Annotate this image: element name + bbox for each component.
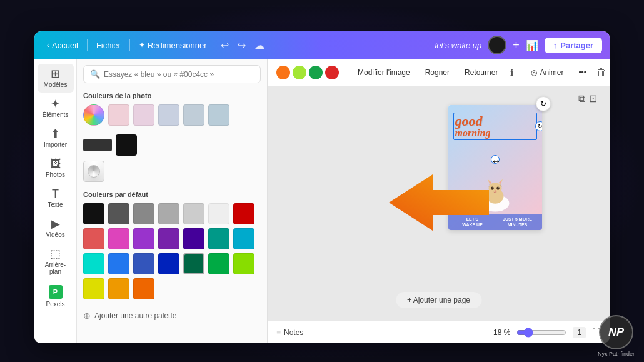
zoom-slider[interactable] bbox=[516, 328, 566, 338]
resize-handle[interactable]: ↔ bbox=[491, 155, 500, 164]
default-swatch-18[interactable] bbox=[183, 253, 204, 274]
redo-button[interactable]: ↪ bbox=[235, 38, 248, 53]
sidebar-item-importer[interactable]: ⬆ Importer bbox=[38, 124, 74, 153]
default-swatch-9[interactable] bbox=[133, 228, 154, 249]
sidebar-item-elements[interactable]: ✦ Éléments bbox=[38, 94, 74, 123]
actions-group: ↩ ↪ ☁ bbox=[218, 38, 267, 53]
default-swatch-8[interactable] bbox=[108, 228, 129, 249]
color-swatch-1[interactable] bbox=[108, 104, 129, 126]
cloud-save-button[interactable]: ☁ bbox=[252, 38, 267, 53]
frame-icon[interactable]: ⊡ bbox=[589, 93, 597, 104]
dark-rect-swatch[interactable] bbox=[83, 139, 112, 151]
add-collaborator-button[interactable]: + bbox=[513, 39, 520, 52]
sidebar: ⊞ Modèles ✦ Éléments ⬆ Importer 🖼 Photos… bbox=[34, 59, 77, 343]
svg-point-11 bbox=[498, 188, 499, 189]
default-swatch-15[interactable] bbox=[108, 253, 129, 274]
sidebar-label-modeles: Modèles bbox=[44, 81, 68, 88]
default-swatch-10[interactable] bbox=[158, 228, 179, 249]
svg-marker-0 bbox=[389, 174, 489, 231]
color-swatch-2[interactable] bbox=[133, 104, 154, 126]
sidebar-item-texte[interactable]: T Texte bbox=[38, 184, 74, 213]
default-swatch-12[interactable] bbox=[208, 228, 229, 249]
color-swatch-gradient[interactable] bbox=[83, 104, 104, 126]
default-swatch-1[interactable] bbox=[108, 203, 129, 224]
morning-text: morning bbox=[455, 128, 535, 138]
default-swatch-13[interactable] bbox=[233, 228, 254, 249]
svg-point-10 bbox=[492, 188, 493, 189]
file-button[interactable]: Fichier bbox=[91, 38, 126, 53]
resize-button[interactable]: ✦ Redimensionner bbox=[134, 38, 212, 53]
toolbar-color-red[interactable] bbox=[325, 66, 339, 79]
sidebar-item-photos[interactable]: 🖼 Photos bbox=[38, 154, 74, 183]
default-swatch-2[interactable] bbox=[133, 203, 154, 224]
delete-button[interactable]: 🗑 bbox=[596, 67, 606, 78]
default-swatch-17[interactable] bbox=[158, 253, 179, 274]
animate-label: Animer bbox=[540, 68, 563, 77]
default-swatch-21[interactable] bbox=[83, 278, 104, 299]
default-swatch-11[interactable] bbox=[183, 228, 204, 249]
toolbar-color-green[interactable] bbox=[309, 66, 323, 79]
default-swatch-22[interactable] bbox=[108, 278, 129, 299]
canvas-scroll[interactable]: ⧉ ⊡ bbox=[268, 86, 610, 321]
sidebar-item-videos[interactable]: ▶ Vidéos bbox=[38, 214, 74, 243]
stats-button[interactable]: 📊 bbox=[526, 39, 538, 51]
color-swatch-5[interactable] bbox=[208, 104, 229, 126]
avatar[interactable] bbox=[488, 36, 506, 54]
animate-button[interactable]: ◎ Animer bbox=[526, 66, 568, 79]
color-swatch-4[interactable] bbox=[183, 104, 204, 126]
add-page-button[interactable]: + Ajouter une page bbox=[396, 292, 481, 308]
default-swatch-4[interactable] bbox=[183, 203, 204, 224]
notes-button[interactable]: ≡ Notes bbox=[276, 328, 303, 337]
good-text: good bbox=[455, 114, 535, 128]
sidebar-item-pexels[interactable]: P Pexels bbox=[38, 281, 74, 312]
default-swatch-5[interactable] bbox=[208, 203, 229, 224]
modeles-icon: ⊞ bbox=[51, 68, 60, 79]
rotate-handle[interactable]: ↻ bbox=[535, 121, 542, 131]
sidebar-label-elements: Éléments bbox=[43, 111, 69, 118]
arrow-indicator bbox=[389, 165, 489, 243]
default-swatch-0[interactable] bbox=[83, 203, 104, 224]
color-swatch-3[interactable] bbox=[158, 104, 179, 126]
watermark-label: Nyx Pathfinder bbox=[598, 351, 635, 357]
back-button[interactable]: ‹ Accueil bbox=[42, 38, 83, 53]
top-bar: ‹ Accueil Fichier ✦ Redimensionner ↩ ↪ ☁… bbox=[34, 31, 610, 59]
sidebar-label-photos: Photos bbox=[46, 171, 65, 178]
selected-text-element[interactable]: good morning ↻ bbox=[453, 113, 537, 140]
toolbar-color-lime[interactable] bbox=[293, 66, 306, 79]
modify-image-button[interactable]: Modifier l'image bbox=[353, 66, 415, 79]
white-gradient-swatch[interactable] bbox=[83, 161, 104, 182]
share-label: Partager bbox=[560, 41, 593, 50]
photo-colors-title: Couleurs de la photo bbox=[83, 92, 261, 99]
toolbar-color-orange[interactable] bbox=[276, 66, 290, 79]
default-swatch-14[interactable] bbox=[83, 253, 104, 274]
sidebar-item-modeles[interactable]: ⊞ Modèles bbox=[38, 64, 74, 93]
undo-button[interactable]: ↩ bbox=[218, 38, 231, 53]
default-swatch-3[interactable] bbox=[158, 203, 179, 224]
search-input[interactable] bbox=[104, 70, 254, 79]
default-swatch-23[interactable] bbox=[133, 278, 154, 299]
default-swatch-7[interactable] bbox=[83, 228, 104, 249]
watermark-circle: NP bbox=[599, 315, 633, 349]
add-palette-button[interactable]: ⊕ Ajouter une autre palette bbox=[83, 311, 261, 321]
photos-icon: 🖼 bbox=[50, 158, 61, 169]
black-swatch[interactable] bbox=[116, 134, 137, 156]
search-box[interactable]: 🔍 bbox=[83, 65, 261, 83]
default-swatch-19[interactable] bbox=[208, 253, 229, 274]
info-button[interactable]: ℹ bbox=[508, 65, 516, 80]
default-swatch-20[interactable] bbox=[233, 253, 254, 274]
refresh-handle[interactable]: ↻ bbox=[536, 96, 551, 111]
videos-icon: ▶ bbox=[51, 218, 60, 229]
project-title: let's wake up bbox=[435, 41, 481, 50]
share-icon: ↑ bbox=[553, 41, 558, 50]
share-button[interactable]: ↑ Partager bbox=[545, 38, 602, 53]
search-icon: 🔍 bbox=[90, 69, 100, 79]
main-section: Modifier l'image Rogner Retourner ℹ ◎ An… bbox=[268, 59, 610, 343]
default-swatch-6[interactable] bbox=[233, 203, 254, 224]
sidebar-item-arriere-plan[interactable]: ⬚ Arrière-plan bbox=[38, 244, 74, 279]
more-button[interactable]: ••• bbox=[573, 66, 591, 79]
flip-button[interactable]: Retourner bbox=[460, 66, 503, 79]
copy-icon[interactable]: ⧉ bbox=[578, 93, 585, 104]
crop-button[interactable]: Rogner bbox=[420, 66, 455, 79]
svg-point-3 bbox=[488, 183, 501, 195]
default-swatch-16[interactable] bbox=[133, 253, 154, 274]
